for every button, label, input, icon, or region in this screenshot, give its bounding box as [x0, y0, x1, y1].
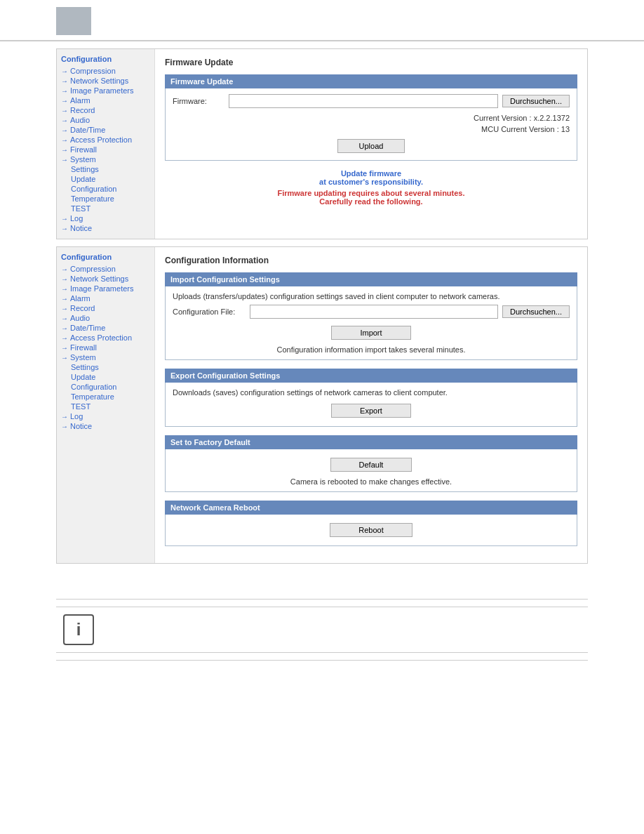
sidebar-item-compression-1[interactable]: → Compression — [61, 66, 150, 76]
import-note: Configuration information import takes s… — [173, 345, 570, 354]
sidebar-item-datetime-2[interactable]: → Date/Time — [61, 323, 150, 333]
export-button[interactable]: Export — [331, 404, 411, 418]
sidebar-label: Network Settings — [70, 77, 128, 85]
arrow-icon: → — [61, 77, 68, 85]
sidebar-item-notice-2[interactable]: → Notice — [61, 421, 150, 431]
config-file-input[interactable] — [250, 305, 498, 319]
sidebar-item-access-2[interactable]: → Access Protection — [61, 333, 150, 343]
sidebar-item-audio-1[interactable]: → Audio — [61, 115, 150, 125]
sidebar-sub-test-1[interactable]: TEST — [71, 204, 150, 213]
sidebar-label: Record — [70, 106, 95, 114]
warning-text-2: Firmware updating requires about several… — [165, 189, 577, 206]
reboot-section-body: Reboot — [165, 515, 577, 546]
sidebar-sub-1: Settings Update Configuration Temperatur… — [61, 164, 150, 213]
arrow-icon: → — [61, 215, 68, 223]
export-section: Export Configuration Settings Downloads … — [165, 369, 577, 427]
sidebar-label: Audio — [70, 314, 90, 322]
sidebar-label: Notice — [70, 422, 92, 430]
sidebar-label: Image Parameters — [70, 86, 133, 95]
export-btn-row: Export — [173, 401, 570, 421]
sidebar-item-compression-2[interactable]: → Compression — [61, 264, 150, 274]
sidebar-sub-configuration-1[interactable]: Configuration — [71, 184, 150, 194]
main-content-2: Configuration Information Import Configu… — [155, 247, 587, 563]
firmware-section-header: Firmware Update — [165, 74, 577, 88]
sidebar-sub-settings-2[interactable]: Settings — [71, 362, 150, 372]
info-icon: i — [63, 614, 94, 645]
sidebar-sub-update-1[interactable]: Update — [71, 174, 150, 184]
panel1: Configuration → Compression → Network Se… — [56, 48, 588, 239]
sidebar-sub-2: Settings Update Configuration Temperatur… — [61, 362, 150, 411]
sidebar-label: System — [70, 353, 96, 362]
import-section-header: Import Configuration Settings — [165, 272, 577, 286]
warning-text-1: Update firmware at customer's responsibi… — [165, 169, 577, 186]
sidebar-item-system-2[interactable]: → System — [61, 352, 150, 362]
sidebar-sub-test-2[interactable]: TEST — [71, 402, 150, 411]
arrow-icon: → — [61, 126, 68, 134]
panels-container: Configuration → Compression → Network Se… — [0, 48, 644, 675]
sidebar-item-image-2[interactable]: → Image Parameters — [61, 284, 150, 293]
sidebar-item-log-2[interactable]: → Log — [61, 411, 150, 421]
sidebar-item-firewall-2[interactable]: → Firewall — [61, 343, 150, 352]
panel2: Configuration → Compression → Network Se… — [56, 246, 588, 564]
sidebar-label: Notice — [70, 224, 92, 232]
spacer — [0, 571, 644, 599]
arrow-icon: → — [61, 315, 68, 322]
arrow-icon: → — [61, 413, 68, 421]
arrow-icon: → — [61, 305, 68, 312]
arrow-icon: → — [61, 117, 68, 124]
upload-btn-row: Upload — [173, 135, 570, 154]
sidebar-sub-temperature-1[interactable]: Temperature — [71, 194, 150, 204]
sidebar-item-network-2[interactable]: → Network Settings — [61, 274, 150, 284]
export-section-body: Downloads (saves) configuration settings… — [165, 383, 577, 427]
sidebar-sub-temperature-2[interactable]: Temperature — [71, 392, 150, 402]
sidebar-label: Firewall — [70, 343, 97, 352]
sidebar-sub-configuration-2[interactable]: Configuration — [71, 382, 150, 392]
sidebar-sub-settings-1[interactable]: Settings — [71, 164, 150, 174]
factory-note: Camera is rebooted to make changes effec… — [173, 477, 570, 486]
page-title-1: Firmware Update — [165, 58, 577, 67]
arrow-icon: → — [61, 334, 68, 342]
import-button[interactable]: Import — [331, 326, 410, 340]
sidebar-2: Configuration → Compression → Network Se… — [57, 247, 155, 563]
config-file-label: Configuration File: — [173, 307, 250, 316]
firmware-input[interactable] — [229, 94, 498, 108]
upload-button[interactable]: Upload — [337, 139, 405, 153]
sidebar-item-log-1[interactable]: → Log — [61, 213, 150, 223]
sidebar-label: Log — [70, 214, 83, 223]
default-button[interactable]: Default — [330, 458, 412, 472]
sidebar-label: Firewall — [70, 145, 97, 154]
sidebar-sub-update-2[interactable]: Update — [71, 372, 150, 382]
import-section: Import Configuration Settings Uploads (t… — [165, 272, 577, 360]
export-desc: Downloads (saves) configuration settings… — [173, 388, 570, 397]
arrow-icon: → — [61, 156, 68, 164]
sidebar-label: Image Parameters — [70, 284, 133, 293]
sidebar-label: Alarm — [70, 294, 90, 303]
factory-section: Set to Factory Default Default Camera is… — [165, 435, 577, 492]
sidebar-item-alarm-2[interactable]: → Alarm — [61, 293, 150, 303]
sidebar-item-notice-1[interactable]: → Notice — [61, 223, 150, 233]
firmware-label: Firmware: — [173, 97, 229, 105]
firmware-browse-button[interactable]: Durchsuchen... — [502, 95, 570, 107]
sidebar-item-network-1[interactable]: → Network Settings — [61, 76, 150, 86]
current-version: Current Version : x.2.2.1372 — [173, 112, 570, 124]
sidebar-item-system-1[interactable]: → System — [61, 154, 150, 164]
arrow-icon: → — [61, 354, 68, 362]
firmware-update-section: Firmware Update Firmware: Durchsuchen...… — [165, 74, 577, 161]
sidebar-item-alarm-1[interactable]: → Alarm — [61, 95, 150, 105]
reboot-section: Network Camera Reboot Reboot — [165, 501, 577, 546]
sidebar-item-datetime-1[interactable]: → Date/Time — [61, 125, 150, 135]
mcu-version: MCU Current Version : 13 — [173, 124, 570, 135]
sidebar-item-firewall-1[interactable]: → Firewall — [61, 145, 150, 154]
page-wrapper: Configuration → Compression → Network Se… — [0, 0, 644, 675]
sidebar-item-record-1[interactable]: → Record — [61, 105, 150, 115]
sidebar-item-record-2[interactable]: → Record — [61, 303, 150, 313]
sidebar-item-audio-2[interactable]: → Audio — [61, 313, 150, 323]
config-browse-button[interactable]: Durchsuchen... — [502, 305, 570, 318]
reboot-button[interactable]: Reboot — [330, 523, 412, 537]
top-logo-bar — [0, 0, 644, 41]
sidebar-item-access-1[interactable]: → Access Protection — [61, 135, 150, 145]
factory-section-body: Default Camera is rebooted to make chang… — [165, 449, 577, 492]
bottom-spacer — [0, 661, 644, 675]
sidebar-item-image-1[interactable]: → Image Parameters — [61, 86, 150, 95]
arrow-icon: → — [61, 265, 68, 273]
